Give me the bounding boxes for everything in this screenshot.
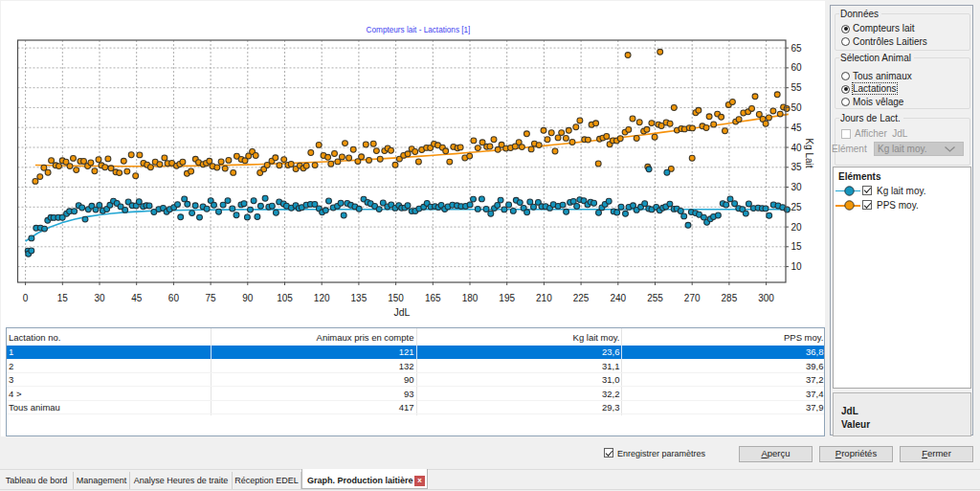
svg-text:JdL: JdL xyxy=(394,306,411,318)
svg-text:60: 60 xyxy=(168,293,180,303)
svg-text:195: 195 xyxy=(499,293,515,303)
svg-text:55: 55 xyxy=(791,82,803,93)
svg-text:25: 25 xyxy=(791,202,803,212)
svg-text:60: 60 xyxy=(791,62,803,73)
svg-text:225: 225 xyxy=(573,293,590,303)
svg-text:270: 270 xyxy=(684,293,701,303)
svg-text:Compteurs lait - Lactations [1: Compteurs lait - Lactations [1] xyxy=(367,26,471,34)
svg-text:45: 45 xyxy=(131,293,143,303)
svg-text:165: 165 xyxy=(425,293,441,303)
svg-text:150: 150 xyxy=(388,293,404,303)
svg-text:90: 90 xyxy=(242,293,254,303)
svg-text:120: 120 xyxy=(314,293,330,303)
svg-text:180: 180 xyxy=(462,293,479,303)
svg-text:300: 300 xyxy=(758,293,774,303)
svg-text:50: 50 xyxy=(791,102,803,113)
svg-text:135: 135 xyxy=(351,293,368,303)
svg-text:210: 210 xyxy=(536,293,552,303)
svg-text:240: 240 xyxy=(610,293,626,303)
svg-text:35: 35 xyxy=(791,162,803,172)
svg-text:255: 255 xyxy=(647,293,663,303)
svg-text:Kg Lait: Kg Lait xyxy=(804,138,814,167)
svg-text:40: 40 xyxy=(791,143,803,153)
svg-text:45: 45 xyxy=(791,123,803,133)
svg-text:15: 15 xyxy=(57,293,69,303)
svg-text:105: 105 xyxy=(277,293,293,303)
svg-text:0: 0 xyxy=(23,293,29,303)
svg-text:10: 10 xyxy=(791,261,803,272)
svg-text:15: 15 xyxy=(791,241,803,252)
svg-text:75: 75 xyxy=(206,293,217,303)
svg-text:285: 285 xyxy=(722,293,738,303)
svg-text:30: 30 xyxy=(94,293,105,303)
svg-text:30: 30 xyxy=(791,182,803,192)
svg-text:20: 20 xyxy=(791,222,803,233)
svg-text:65: 65 xyxy=(791,43,803,54)
